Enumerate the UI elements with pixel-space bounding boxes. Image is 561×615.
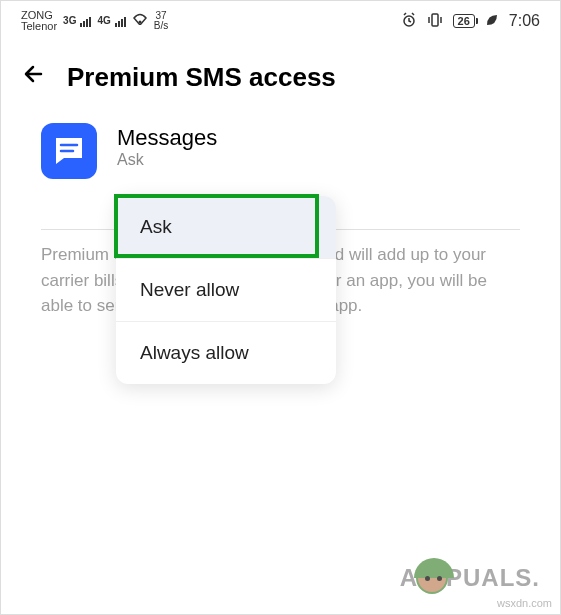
app-permission-status: Ask (117, 151, 217, 169)
popup-option-always-allow[interactable]: Always allow (116, 322, 336, 384)
status-left: ZONG Telenor 3G 4G 37 B/s (21, 10, 168, 32)
battery-level: 26 (458, 15, 470, 27)
watermark-logo: A PUALS. (400, 562, 540, 594)
popup-option-label: Never allow (140, 279, 239, 300)
signal-icon (115, 17, 126, 27)
header: Premium SMS access (1, 41, 560, 103)
clock: 7:06 (509, 12, 540, 30)
status-bar: ZONG Telenor 3G 4G 37 B/s (1, 1, 560, 41)
signal-icon (80, 17, 91, 27)
wifi-icon (132, 13, 148, 28)
popup-option-never-allow[interactable]: Never allow (116, 259, 336, 322)
network-type-1: 3G (63, 15, 76, 27)
status-right: 26 7:06 (401, 12, 540, 31)
svg-point-0 (138, 21, 141, 24)
svg-rect-2 (432, 14, 438, 26)
popup-option-label: Always allow (140, 342, 249, 363)
watermark-text: PUALS. (446, 564, 540, 592)
carrier-2: Telenor (21, 21, 57, 32)
alarm-icon (401, 12, 417, 31)
messages-app-icon (41, 123, 97, 179)
data-speed-unit: B/s (154, 21, 168, 31)
popup-option-label: Ask (140, 216, 172, 237)
leaf-icon (485, 13, 499, 30)
permission-popup-menu: Ask Never allow Always allow (116, 196, 336, 384)
popup-option-ask[interactable]: Ask (116, 196, 336, 259)
network-type-2: 4G (97, 15, 110, 27)
app-name: Messages (117, 125, 217, 151)
vibrate-icon (427, 12, 443, 31)
watermark-mascot-icon (416, 562, 448, 594)
watermark-url: wsxdn.com (497, 597, 552, 609)
page-title: Premium SMS access (67, 62, 336, 93)
back-arrow-icon[interactable] (21, 61, 47, 93)
app-permission-row[interactable]: Messages Ask (41, 123, 520, 179)
battery-icon: 26 (453, 14, 475, 28)
